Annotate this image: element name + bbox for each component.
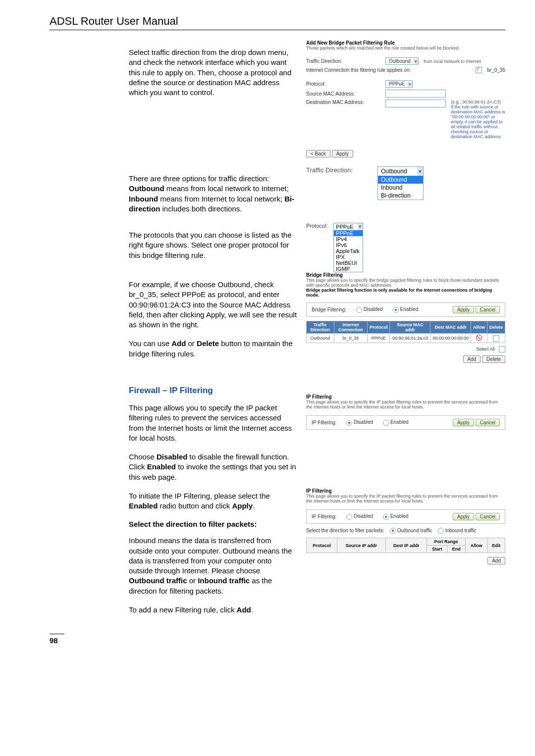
table-row: Outbound br_0_35 PPPoE 00:90:96:01:2a:c3… bbox=[307, 334, 505, 343]
dropdown-option[interactable]: IGMP bbox=[334, 266, 362, 272]
router-add-rule-panel: Add New Bridge Packet Filtering Rule Tho… bbox=[306, 40, 505, 157]
from-note: from local network to Internet bbox=[424, 59, 481, 64]
disabled-radio[interactable] bbox=[346, 514, 352, 520]
table-header: Internet Connection bbox=[334, 321, 367, 334]
traffic-direction-label-big: Traffic Direction: bbox=[306, 166, 353, 174]
chevron-down-icon: ▾ bbox=[408, 82, 412, 87]
table-header: Allow bbox=[465, 538, 487, 553]
delete-checkbox[interactable] bbox=[493, 335, 499, 342]
table-header: Dest IP addr bbox=[386, 538, 427, 553]
select-all-label: Select All bbox=[476, 347, 494, 352]
table-header: Source IP addr bbox=[337, 538, 385, 553]
connection-value: br_0_35 bbox=[487, 67, 505, 73]
apply-button[interactable]: Apply bbox=[453, 513, 474, 520]
protocol-label-big: Protocol: bbox=[306, 223, 327, 229]
table-header: Dest MAC addr bbox=[430, 321, 471, 334]
paragraph: There are three options for traffic dire… bbox=[129, 174, 297, 214]
traffic-direction-dropdown[interactable]: Outbound ▾ Outbound Inbound Bi-direction bbox=[377, 166, 424, 200]
add-button[interactable]: Add bbox=[463, 355, 481, 363]
cancel-button[interactable]: Cancel bbox=[476, 419, 500, 426]
mac-warning: If the rule with source or destination M… bbox=[451, 104, 505, 139]
select-all-checkbox[interactable] bbox=[499, 346, 505, 353]
protocol-label: Protocol: bbox=[306, 81, 380, 87]
source-mac-input[interactable] bbox=[385, 90, 446, 98]
page-number: 98 bbox=[50, 634, 64, 645]
enabled-radio[interactable] bbox=[383, 420, 389, 426]
bridge-filtering-panel: Bridge Filtering This page allows you to… bbox=[306, 272, 505, 363]
apply-button[interactable]: Apply bbox=[453, 419, 474, 426]
dropdown-option[interactable]: PPPoE bbox=[334, 230, 362, 236]
ip-filtering-label: IP Filtering: bbox=[312, 420, 336, 425]
dest-mac-input[interactable] bbox=[385, 100, 446, 107]
source-mac-label: Source MAC Address: bbox=[306, 91, 380, 97]
dest-mac-label: Destination MAC Address: bbox=[306, 100, 380, 105]
section-heading: Firewall – IP Filtering bbox=[129, 386, 297, 396]
paragraph: This page allows you to specify the IP p… bbox=[129, 403, 297, 443]
dropdown-option[interactable]: IPX bbox=[334, 254, 362, 260]
paragraph: Select traffic direction from the drop d… bbox=[129, 48, 297, 98]
disabled-radio[interactable] bbox=[346, 420, 352, 426]
dropdown-option[interactable]: IPv4 bbox=[334, 236, 362, 242]
traffic-direction-label: Traffic Direction: bbox=[306, 58, 380, 64]
add-button[interactable]: Add bbox=[487, 557, 505, 564]
inbound-radio[interactable] bbox=[438, 528, 444, 534]
ip-filtering-label: IP Filtering: bbox=[312, 514, 336, 519]
table-header: Source MAC addr bbox=[390, 321, 430, 334]
mac-example: (e.g., 00:90:96:01:2A:C3) bbox=[451, 100, 505, 104]
back-button[interactable]: < Back bbox=[306, 150, 330, 157]
paragraph: For example, if we choose Outbound, chec… bbox=[129, 280, 297, 330]
ip-filtering-panel-1: IP Filtering This page allows you to spe… bbox=[306, 394, 505, 430]
paragraph: Inbound means the data is transferred fr… bbox=[129, 536, 297, 596]
panel-heading: Bridge Filtering bbox=[306, 272, 505, 278]
table-header: Traffic Direction bbox=[307, 321, 334, 334]
dropdown-option[interactable]: Bi-direction bbox=[378, 192, 423, 200]
cancel-button[interactable]: Cancel bbox=[476, 306, 500, 313]
bridge-filter-table: Traffic Direction Internet Connection Pr… bbox=[306, 321, 505, 343]
dropdown-option[interactable]: AppleTalk bbox=[334, 248, 362, 254]
table-header: Port Range bbox=[427, 538, 465, 546]
page-title: ADSL Router User Manual bbox=[50, 15, 505, 28]
connection-label: Internet Connection this filtering rule … bbox=[306, 67, 471, 73]
table-header: Start bbox=[427, 546, 447, 553]
paragraph: To initiate the IP Filtering, please sel… bbox=[129, 491, 297, 511]
outbound-radio[interactable] bbox=[390, 528, 396, 534]
enabled-radio[interactable] bbox=[383, 514, 389, 520]
apply-button[interactable]: Apply bbox=[332, 150, 353, 157]
paragraph: Choose Disabled to disable the firewall … bbox=[129, 452, 297, 482]
table-header: End bbox=[447, 546, 465, 553]
paragraph: The protocols that you can choose is lis… bbox=[129, 230, 297, 260]
panel-heading: IP Filtering bbox=[306, 394, 505, 400]
direction-label: Select the direction to filter packets: bbox=[306, 528, 384, 533]
forbid-icon bbox=[476, 335, 482, 341]
ip-filtering-panel-2: IP Filtering This page allows you to spe… bbox=[306, 488, 505, 564]
panel-note: This page allows you to specify the brid… bbox=[306, 278, 505, 288]
panel-heading: Add New Bridge Packet Filtering Rule bbox=[306, 40, 505, 46]
dropdown-option[interactable]: Outbound bbox=[378, 176, 423, 184]
sub-heading: Select the direction to filter packets: bbox=[129, 520, 297, 528]
bridge-filtering-label: Bridge Filtering: bbox=[312, 307, 346, 312]
delete-button[interactable]: Delete bbox=[482, 355, 505, 363]
connection-checkbox[interactable] bbox=[476, 67, 482, 73]
enabled-radio[interactable] bbox=[393, 307, 399, 313]
dropdown-option[interactable]: Inbound bbox=[378, 184, 423, 192]
apply-button[interactable]: Apply bbox=[453, 306, 474, 313]
protocol-dropdown[interactable]: PPPoE ▾ PPPoE IPv4 IPv6 AppleTalk IPX Ne… bbox=[333, 223, 363, 272]
table-header: Edit bbox=[487, 538, 505, 553]
traffic-direction-select[interactable]: Outbound ▾ bbox=[385, 57, 419, 65]
panel-heading: IP Filtering bbox=[306, 488, 505, 494]
panel-note: This page allows you to specify the IP p… bbox=[306, 494, 505, 504]
dropdown-option[interactable]: IPv6 bbox=[334, 242, 362, 248]
paragraph: To add a new Filtering rule, click Add. bbox=[129, 605, 297, 615]
chevron-down-icon: ▾ bbox=[358, 223, 363, 230]
cancel-button[interactable]: Cancel bbox=[476, 513, 500, 520]
paragraph: You can use Add or Delete button to main… bbox=[129, 339, 297, 359]
disabled-radio[interactable] bbox=[356, 307, 362, 313]
chevron-down-icon: ▾ bbox=[417, 167, 423, 176]
dropdown-option[interactable]: NetBEUI bbox=[334, 260, 362, 266]
table-header: Allow bbox=[471, 321, 487, 334]
chevron-down-icon: ▾ bbox=[414, 59, 418, 64]
panel-note: This page allows you to specify the IP p… bbox=[306, 400, 505, 409]
panel-note-bold: Bridge packet filtering function is only… bbox=[306, 288, 505, 298]
panel-note: Those packets which are matched with the… bbox=[306, 46, 505, 50]
protocol-select[interactable]: PPPoE ▾ bbox=[385, 80, 413, 88]
